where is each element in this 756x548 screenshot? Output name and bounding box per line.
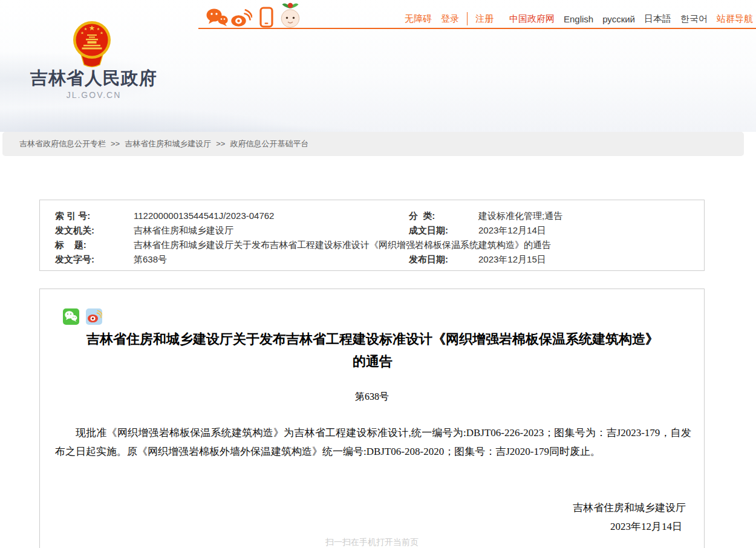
meta-publish-date-value: 2023年12月15日 [478,252,546,267]
document-content-box: 吉林省住房和城乡建设厅关于发布吉林省工程建设标准设计《网织增强岩棉板保温系统建筑… [39,289,705,548]
document-body-paragraph: 现批准《网织增强岩棉板保温系统建筑构造》为吉林省工程建设标准设计,统一编号为:D… [55,423,691,461]
site-header: 无障碍 登录 注册 中国政府网 English русский 日本語 한국어 … [0,0,756,132]
mobile-icon[interactable] [259,7,273,28]
login-link[interactable]: 登录 [441,13,459,25]
lang-english-link[interactable]: English [564,14,593,24]
mascot-icon[interactable] [280,2,301,28]
document-title: 吉林省住房和城乡建设厅关于发布吉林省工程建设标准设计《网织增强岩棉板保温系统建筑… [82,328,663,373]
meta-index-value: 11220000013544541J/2023-04762 [134,209,274,223]
signature-organization: 吉林省住房和城乡建设厅 [573,501,686,515]
page: 无障碍 登录 注册 中国政府网 English русский 日本語 한국어 … [0,0,756,548]
breadcrumb-housing-dept[interactable]: 吉林省住房和城乡建设厅 [125,139,211,148]
login-register-divider [467,12,468,25]
meta-doc-no-label: 发文字号: [55,252,94,267]
site-logo[interactable]: 吉林省人民政府 JL.GOV.CN [0,0,254,132]
signature-date: 2023年12月14日 [610,520,682,533]
meta-index-label: 索 引 号: [55,209,90,223]
wechat-share-icon[interactable] [63,308,79,325]
meta-category-value: 建设标准化管理;通告 [478,209,562,223]
site-group-nav-link[interactable]: 站群导航 [717,13,753,25]
header-divider [198,28,756,29]
document-meta-table: 索 引 号: 11220000013544541J/2023-04762 分 类… [39,200,705,271]
breadcrumb-info-platform[interactable]: 政府信息公开基础平台 [230,139,308,148]
meta-org-value: 吉林省住房和城乡建设厅 [134,223,233,238]
site-domain: JL.GOV.CN [27,90,160,100]
meta-category-label: 分 类: [409,209,435,223]
meta-row-doc-no: 发文字号: 第638号 发布日期: 2023年12月15日 [40,252,704,267]
national-emblem-icon [71,21,112,68]
breadcrumb: 吉林省政府信息公开专栏>>吉林省住房和城乡建设厅>>政府信息公开基础平台 [2,132,744,156]
scan-qr-hint: 扫一扫在手机打开当前页 [40,537,704,548]
meta-title-label: 标 题: [55,238,86,252]
china-gov-portal-link[interactable]: 中国政府网 [509,13,555,25]
lang-korean-link[interactable]: 한국어 [680,13,708,25]
header-top-links: 无障碍 登录 注册 中国政府网 English русский 日本語 한국어 … [396,12,753,25]
breadcrumb-info-disclosure-channel[interactable]: 吉林省政府信息公开专栏 [19,139,106,148]
register-link[interactable]: 注册 [475,13,494,25]
meta-publish-date-label: 发布日期: [409,252,448,267]
meta-row-title: 标 题: 吉林省住房和城乡建设厅关于发布吉林省工程建设标准设计《网织增强岩棉板保… [40,238,704,252]
document-number: 第638号 [40,391,704,403]
lang-russian-link[interactable]: русский [602,14,635,24]
share-icons [63,308,106,325]
meta-written-date-value: 2023年12月14日 [478,223,546,238]
meta-doc-no-value: 第638号 [134,252,167,267]
meta-written-date-label: 成文日期: [409,223,448,238]
lang-japanese-link[interactable]: 日本語 [644,13,671,25]
meta-title-value: 吉林省住房和城乡建设厅关于发布吉林省工程建设标准设计《网织增强岩棉板保温系统建筑… [134,238,551,252]
meta-row-index: 索 引 号: 11220000013544541J/2023-04762 分 类… [40,209,704,223]
meta-org-label: 发文机关: [55,223,94,238]
site-title: 吉林省人民政府 [27,67,160,91]
breadcrumb-separator: >> [216,139,225,148]
weibo-share-icon[interactable] [86,308,102,325]
accessibility-link[interactable]: 无障碍 [405,13,432,25]
meta-row-org: 发文机关: 吉林省住房和城乡建设厅 成文日期: 2023年12月14日 [40,223,704,238]
breadcrumb-separator: >> [111,139,120,148]
